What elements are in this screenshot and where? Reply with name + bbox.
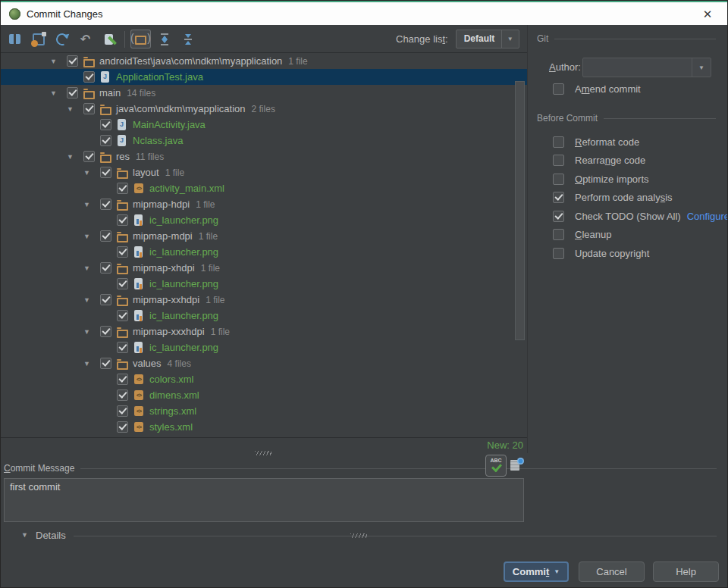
before-commit-option[interactable]: Perform code analysis <box>553 189 728 208</box>
tree-row[interactable]: MainActivity.java <box>0 117 527 133</box>
configure-link[interactable]: Configure <box>687 211 728 222</box>
expand-arrow-icon[interactable]: ▼ <box>82 360 100 368</box>
row-checkbox[interactable] <box>83 437 95 438</box>
tree-row[interactable]: ▼mipmap-xxxhdpi1 file <box>0 324 527 339</box>
tree-row[interactable]: colors.xml <box>0 371 527 387</box>
change-list-combobox[interactable]: Default ▼ <box>456 30 519 48</box>
chevron-down-icon[interactable]: ▼ <box>501 30 519 48</box>
message-history-icon[interactable] <box>510 458 523 472</box>
tree-row[interactable]: ic_launcher.png <box>0 244 527 260</box>
expand-arrow-icon[interactable]: ▼ <box>49 89 67 97</box>
expand-arrow-icon[interactable]: ▼ <box>65 153 83 161</box>
author-combobox[interactable]: ▼ <box>582 58 711 77</box>
tree-row[interactable]: ▼mipmap-xhdpi1 file <box>0 260 527 276</box>
row-checkbox[interactable] <box>117 342 128 353</box>
option-checkbox[interactable] <box>553 155 564 166</box>
row-checkbox[interactable] <box>117 183 128 194</box>
tree-row[interactable]: ▼androidTest\java\com\ndkm\myapplication… <box>0 53 527 69</box>
row-checkbox[interactable] <box>117 214 128 226</box>
refresh-button[interactable] <box>52 30 72 48</box>
close-icon[interactable]: ✕ <box>699 6 716 23</box>
tree-row[interactable]: ApplicationTest.java <box>0 69 527 85</box>
before-commit-option[interactable]: Rearrange code <box>553 152 728 170</box>
row-checkbox[interactable] <box>100 230 111 242</box>
tree-row[interactable]: styles.xml <box>0 419 527 435</box>
option-checkbox[interactable] <box>553 211 564 222</box>
row-checkbox[interactable] <box>117 278 128 289</box>
row-checkbox[interactable] <box>117 246 128 258</box>
cancel-button[interactable]: Cancel <box>579 561 645 582</box>
amend-commit-option[interactable]: Amend commit <box>553 83 641 95</box>
expand-arrow-icon[interactable]: ▼ <box>49 58 67 65</box>
chevron-down-icon[interactable]: ▼ <box>692 58 711 77</box>
tree-row[interactable]: activity_main.xml <box>0 180 527 196</box>
tree-row[interactable]: ▼res11 files <box>0 149 527 164</box>
tree-row[interactable]: ic_launcher.png <box>0 339 527 355</box>
before-commit-option[interactable]: Optimize imports <box>553 170 728 189</box>
collapse-all-button[interactable] <box>177 30 198 48</box>
row-checkbox[interactable] <box>83 103 95 114</box>
before-commit-option[interactable]: Reformat code <box>553 133 728 152</box>
splitter-handle[interactable] <box>350 533 367 538</box>
expand-arrow-icon[interactable]: ▼ <box>82 169 100 177</box>
option-checkbox[interactable] <box>553 136 564 148</box>
row-checkbox[interactable] <box>67 55 78 67</box>
commit-button[interactable]: Commit ▼ <box>504 561 569 582</box>
tree-row[interactable]: ▼mipmap-mdpi1 file <box>0 228 527 244</box>
row-checkbox[interactable] <box>100 119 111 130</box>
tree-row[interactable] <box>0 435 527 438</box>
tree-row[interactable]: strings.xml <box>0 403 527 419</box>
row-checkbox[interactable] <box>100 167 111 178</box>
row-checkbox[interactable] <box>100 358 111 369</box>
tree-row[interactable]: ▼mipmap-hdpi1 file <box>0 196 527 212</box>
details-collapse-icon[interactable]: ▼ <box>21 531 28 539</box>
expand-arrow-icon[interactable]: ▼ <box>82 233 100 240</box>
tree-row[interactable]: ▼main14 files <box>0 85 527 101</box>
show-diff-button[interactable] <box>5 30 25 48</box>
details-label[interactable]: Details <box>36 530 66 541</box>
tree-row[interactable]: ▼layout1 file <box>0 164 527 180</box>
help-button[interactable]: Help <box>653 561 719 582</box>
expand-arrow-icon[interactable]: ▼ <box>82 296 100 304</box>
row-checkbox[interactable] <box>117 405 128 417</box>
option-checkbox[interactable] <box>553 174 564 185</box>
commit-message-input[interactable]: first commit <box>4 478 524 522</box>
row-checkbox[interactable] <box>100 262 111 274</box>
row-checkbox[interactable] <box>67 87 78 99</box>
edit-source-button[interactable] <box>99 30 119 48</box>
tree-row[interactable]: ▼java\com\ndkm\myapplication2 files <box>0 101 527 117</box>
tree-row[interactable]: ic_launcher.png <box>0 308 527 324</box>
amend-commit-checkbox[interactable] <box>553 83 564 95</box>
splitter-handle[interactable] <box>255 451 271 455</box>
expand-all-button[interactable] <box>154 30 174 48</box>
tree-row[interactable]: ▼mipmap-xxhdpi1 file <box>0 292 527 308</box>
tree-row[interactable]: ic_launcher.png <box>0 212 527 228</box>
row-checkbox[interactable] <box>100 199 111 210</box>
row-checkbox[interactable] <box>83 71 95 83</box>
row-checkbox[interactable] <box>117 374 128 385</box>
row-checkbox[interactable] <box>100 294 111 305</box>
expand-arrow-icon[interactable]: ▼ <box>82 328 100 336</box>
row-checkbox[interactable] <box>83 151 95 162</box>
tree-row[interactable]: Nclass.java <box>0 133 527 149</box>
option-checkbox[interactable] <box>553 229 564 240</box>
before-commit-option[interactable]: Update copyright <box>553 244 728 263</box>
expand-arrow-icon[interactable]: ▼ <box>65 105 83 113</box>
tree-scrollbar[interactable] <box>515 81 525 340</box>
row-checkbox[interactable] <box>117 310 128 321</box>
row-checkbox[interactable] <box>117 389 128 401</box>
option-checkbox[interactable] <box>553 192 564 203</box>
before-commit-option[interactable]: Cleanup <box>553 226 728 245</box>
row-checkbox[interactable] <box>100 135 111 146</box>
option-checkbox[interactable] <box>553 248 564 259</box>
row-checkbox[interactable] <box>117 421 128 433</box>
group-by-directory-button[interactable] <box>130 30 151 48</box>
row-checkbox[interactable] <box>100 326 111 337</box>
expand-arrow-icon[interactable]: ▼ <box>82 264 100 272</box>
move-to-changelist-button[interactable] <box>28 30 49 48</box>
tree-row[interactable]: ▼values4 files <box>0 355 527 371</box>
tree-row[interactable]: dimens.xml <box>0 387 527 403</box>
rollback-button[interactable]: ↶ <box>75 30 96 48</box>
tree-row[interactable]: ic_launcher.png <box>0 276 527 292</box>
before-commit-option[interactable]: Check TODO (Show All)Configure <box>553 207 728 226</box>
